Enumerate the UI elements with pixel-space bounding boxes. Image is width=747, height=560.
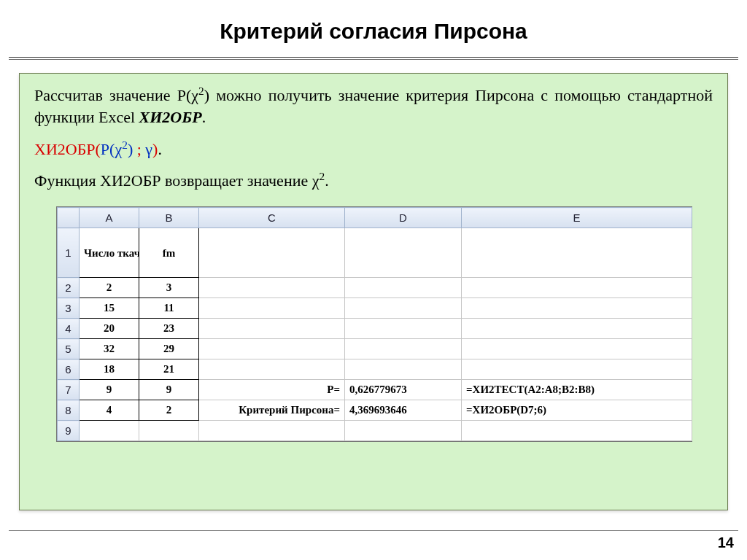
table-row: 3 15 11 — [58, 298, 692, 319]
cell[interactable] — [345, 319, 462, 339]
cell[interactable]: 23 — [139, 319, 199, 339]
text: Число ткачих, f — [84, 247, 139, 259]
divider — [9, 57, 738, 58]
cell[interactable] — [199, 359, 345, 380]
cell[interactable]: 3 — [139, 278, 199, 298]
cell-value-chi[interactable]: 4,369693646 — [345, 400, 462, 421]
column-header-b[interactable]: B — [139, 208, 199, 228]
paragraph-2: Функция ХИ2ОБР возвращает значение χ2. — [34, 169, 713, 192]
page-number: 14 — [718, 534, 734, 551]
cell[interactable] — [462, 298, 692, 319]
row-header[interactable]: 6 — [58, 359, 80, 380]
cell[interactable] — [345, 298, 462, 319]
cell[interactable] — [462, 421, 692, 441]
table-row: 5 32 29 — [58, 339, 692, 359]
cell[interactable] — [345, 359, 462, 380]
cell[interactable] — [199, 228, 345, 278]
table-row: 6 18 21 — [58, 359, 692, 380]
cell-formula-chi[interactable]: =ХИ2ОБР(D7;6) — [462, 400, 692, 421]
cell[interactable] — [462, 278, 692, 298]
column-header-a[interactable]: A — [80, 208, 139, 228]
cell[interactable] — [199, 421, 345, 441]
table-row: 8 4 2 Критерий Пирсона= 4,369693646 =ХИ2… — [58, 400, 692, 421]
formula-arg2: γ — [145, 140, 152, 158]
cell[interactable]: 20 — [80, 319, 139, 339]
formula-arg1: P(χ2) — [101, 140, 133, 158]
text: . — [202, 108, 206, 126]
cell[interactable]: 32 — [80, 339, 139, 359]
cell[interactable] — [199, 319, 345, 339]
row-header[interactable]: 3 — [58, 298, 80, 319]
column-header-c[interactable]: C — [199, 208, 345, 228]
cell-label-chi[interactable]: Критерий Пирсона= — [199, 400, 345, 421]
table-row: 1 Число ткачих, f fm — [58, 228, 692, 278]
row-header[interactable]: 4 — [58, 319, 80, 339]
content-panel: Рассчитав значение P(χ2) можно получить … — [19, 73, 728, 510]
cell[interactable]: 9 — [139, 380, 199, 400]
cell[interactable]: 2 — [139, 400, 199, 421]
cell-b1[interactable]: fm — [139, 228, 199, 278]
superscript-2: 2 — [122, 139, 128, 151]
text: Функция ХИ2ОБР возвращает значение χ — [34, 171, 319, 190]
cell[interactable]: 11 — [139, 298, 199, 319]
formula-sep: ; — [133, 140, 145, 158]
cell[interactable] — [199, 339, 345, 359]
row-header[interactable]: 2 — [58, 278, 80, 298]
cell-label-p[interactable]: P= — [199, 380, 345, 400]
cell[interactable] — [462, 319, 692, 339]
cell[interactable] — [345, 421, 462, 441]
cell-a1[interactable]: Число ткачих, f — [80, 228, 139, 278]
cell[interactable] — [462, 339, 692, 359]
cell[interactable] — [199, 298, 345, 319]
table-row: 4 20 23 — [58, 319, 692, 339]
formula-fn: ХИ2ОБР( — [34, 140, 101, 158]
divider — [9, 530, 738, 531]
text: P(χ — [101, 140, 122, 158]
superscript-2: 2 — [198, 85, 204, 97]
cell[interactable] — [80, 421, 139, 441]
cell-value-p[interactable]: 0,626779673 — [345, 380, 462, 400]
cell[interactable]: 18 — [80, 359, 139, 380]
cell[interactable] — [199, 278, 345, 298]
row-header[interactable]: 1 — [58, 228, 80, 278]
cell[interactable]: 9 — [80, 380, 139, 400]
cell[interactable] — [462, 359, 692, 380]
cell[interactable]: 4 — [80, 400, 139, 421]
text: . — [158, 140, 162, 158]
row-header[interactable]: 5 — [58, 339, 80, 359]
cell[interactable] — [345, 339, 462, 359]
table-row: 9 — [58, 421, 692, 441]
column-header-e[interactable]: E — [462, 208, 692, 228]
row-header[interactable]: 8 — [58, 400, 80, 421]
cell[interactable]: 15 — [80, 298, 139, 319]
table-row: 7 9 9 P= 0,626779673 =ХИ2ТЕСТ(A2:A8;B2:B… — [58, 380, 692, 400]
cell[interactable] — [345, 228, 462, 278]
spreadsheet-grid: A B C D E 1 Число ткачих, f fm — [57, 207, 692, 441]
cell[interactable] — [139, 421, 199, 441]
slide: Критерий согласия Пирсона Рассчитав знач… — [0, 0, 747, 560]
cell[interactable] — [345, 278, 462, 298]
cell[interactable]: 29 — [139, 339, 199, 359]
table-row: 2 2 3 — [58, 278, 692, 298]
function-name: ХИ2ОБР — [139, 108, 202, 126]
text: Рассчитав значение P(χ — [34, 86, 198, 104]
divider — [9, 59, 738, 60]
row-header[interactable]: 9 — [58, 421, 80, 441]
paragraph-1: Рассчитав значение P(χ2) можно получить … — [34, 84, 713, 128]
slide-title: Критерий согласия Пирсона — [0, 0, 747, 57]
formula-line: ХИ2ОБР(P(χ2) ; γ). — [34, 139, 713, 159]
cell[interactable] — [462, 228, 692, 278]
text: . — [325, 171, 329, 190]
cell[interactable]: 2 — [80, 278, 139, 298]
column-header-d[interactable]: D — [345, 208, 462, 228]
column-header-row: A B C D E — [58, 208, 692, 228]
row-header[interactable]: 7 — [58, 380, 80, 400]
cell[interactable]: 21 — [139, 359, 199, 380]
select-all-corner[interactable] — [58, 208, 80, 228]
cell-formula-p[interactable]: =ХИ2ТЕСТ(A2:A8;B2:B8) — [462, 380, 692, 400]
excel-screenshot: A B C D E 1 Число ткачих, f fm — [56, 206, 692, 442]
